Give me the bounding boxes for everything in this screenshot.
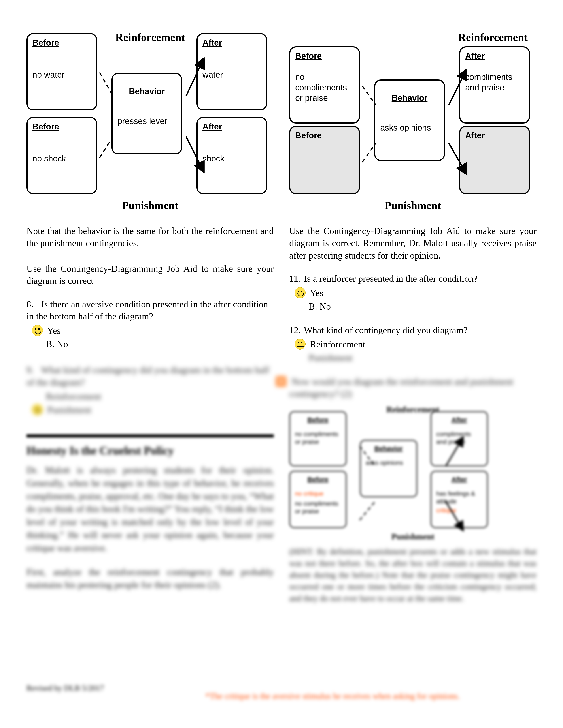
question-number: 8. <box>26 298 39 310</box>
question-stem: What kind of contingency did you diagram… <box>26 365 269 387</box>
question-stem: What kind of contingency did you diagram… <box>304 325 468 335</box>
text: no compliments or praise <box>295 500 341 515</box>
after-box-top: After water <box>196 33 267 110</box>
text: compliments and praise <box>436 430 482 446</box>
left-column: Reinforcement Before no water Before no … <box>26 31 274 604</box>
question-options: Reinforcement Punishment <box>307 338 537 365</box>
question-number: 9. <box>26 364 39 376</box>
section-heading-blurred: Honesty Is the Cruelest Policy <box>26 444 274 457</box>
after-box-bottom: After <box>459 126 530 194</box>
option-a-text: Yes <box>310 288 323 298</box>
prompt-text: Now would you diagram the reinforcement … <box>289 377 513 399</box>
after-label: After <box>202 122 261 131</box>
svg-line-5 <box>362 143 376 162</box>
smiley-icon <box>32 404 43 415</box>
instruction-paragraph: Use the Contingency-Diagramming Job Aid … <box>26 263 274 287</box>
before-box-bottom: Before <box>289 126 360 194</box>
option-a: Reinforcement <box>307 338 537 351</box>
label: Before <box>295 476 341 483</box>
label: Behavior <box>366 445 412 452</box>
behavior-label: Behavior <box>117 87 176 96</box>
after-text: water <box>202 70 261 80</box>
svg-line-0 <box>100 72 113 96</box>
option-b: Punishment <box>307 351 537 365</box>
reinforcement-heading: Reinforcement <box>386 405 439 414</box>
before-box-top: Before no compliments or praise <box>289 411 347 466</box>
option-a-text: Reinforcement <box>310 339 366 349</box>
behavior-box: Behavior asks opinions <box>360 440 417 497</box>
label: After <box>436 416 482 424</box>
before-box-top: Before no water <box>26 33 97 110</box>
note-paragraph: Note that the behavior is the same for b… <box>26 225 274 250</box>
label: After <box>436 476 482 483</box>
page: Reinforcement Before no water Before no … <box>0 0 563 728</box>
contingency-diagram-left: Reinforcement Before no water Before no … <box>26 31 274 212</box>
question-12: 12. What kind of contingency did you dia… <box>289 324 537 365</box>
hint-paragraph-blurred: (HINT: By definition, punishment present… <box>289 546 537 604</box>
label: Before <box>295 416 341 424</box>
question-11: 11. Is a reinforcer presented in the aft… <box>289 273 537 313</box>
story-paragraph-blurred: Dr. Malott is always pestering students … <box>26 464 274 555</box>
before-label: Before <box>295 51 354 61</box>
x-mark-icon <box>276 376 286 387</box>
svg-line-4 <box>362 86 376 105</box>
before-text: no compliements or praise <box>295 72 354 103</box>
mini-contingency-diagram-blurred: Reinforcement Before no compliments or p… <box>289 405 537 541</box>
question-9-blurred: 9. What kind of contingency did you diag… <box>26 364 274 417</box>
right-column: Reinforcement Before no compliements or … <box>289 31 537 604</box>
after-box-bottom: After has feelings & attitude critique <box>431 471 488 528</box>
section-rule <box>26 434 274 437</box>
text-red: no critique <box>295 490 341 497</box>
option-a: Reinforcement <box>44 390 274 403</box>
footer-revision: Revised by DLB 5/2017 <box>26 683 104 693</box>
two-column-layout: Reinforcement Before no water Before no … <box>26 31 537 604</box>
reinforcement-heading: Reinforcement <box>115 31 185 44</box>
svg-line-1 <box>100 137 113 158</box>
after-label: After <box>202 38 261 48</box>
question-number: 11. <box>289 273 302 285</box>
after-label: After <box>465 131 524 140</box>
option-b: B. No <box>44 338 274 351</box>
behavior-box: Behavior presses lever <box>111 73 182 154</box>
option-a-text: Yes <box>47 326 60 336</box>
svg-line-9 <box>360 501 375 520</box>
smiley-icon <box>295 287 306 298</box>
before-label: Before <box>295 131 354 140</box>
text: no compliments or praise <box>295 430 341 446</box>
behavior-box: Behavior asks opinions <box>374 79 445 161</box>
option-a: Yes <box>44 324 274 338</box>
punishment-heading: Punishment <box>385 199 441 212</box>
after-label: After <box>465 51 524 61</box>
question-stem: Is there an aversive condition presented… <box>26 299 268 321</box>
after-text: shock <box>202 154 261 164</box>
contingency-diagram-right: Reinforcement Before no compliements or … <box>289 31 537 212</box>
smiley-icon <box>32 325 43 336</box>
before-text: no water <box>32 70 91 80</box>
text-red: critique <box>436 507 482 514</box>
after-box-top: After compliments and praise <box>459 46 530 124</box>
option-b-text: Punishment <box>47 405 91 415</box>
reinforcement-heading: Reinforcement <box>458 31 528 44</box>
question-options: Yes B. No <box>307 286 537 313</box>
behavior-label: Behavior <box>380 93 439 103</box>
behavior-text: asks opinions <box>380 123 439 133</box>
question-stem: Is a reinforcer presented in the after c… <box>304 274 478 284</box>
after-text: compliments and praise <box>465 72 524 93</box>
question-number: 12. <box>289 324 302 336</box>
option-b: B. No <box>307 300 537 313</box>
before-label: Before <box>32 122 91 131</box>
punishment-heading: Punishment <box>122 199 178 212</box>
smiley-icon <box>295 339 306 350</box>
question-8: 8. Is there an aversive condition presen… <box>26 298 274 351</box>
text: has feelings & attitude <box>436 490 482 505</box>
before-box-top: Before no compliements or praise <box>289 46 360 124</box>
question-options: Reinforcement Punishment <box>44 390 274 417</box>
footer-note: *The critique is the aversive stimulus h… <box>205 691 532 702</box>
after-box-top: After compliments and praise <box>431 411 488 466</box>
before-label: Before <box>32 38 91 48</box>
text: asks opinions <box>366 459 412 467</box>
question-10-blurred: First, analyze the reinforcement conting… <box>26 566 274 592</box>
prompt-blurred: Now would you diagram the reinforcement … <box>289 376 537 400</box>
before-text: no shock <box>32 154 91 164</box>
before-box-bottom: Before no critique no compliments or pra… <box>289 471 347 528</box>
